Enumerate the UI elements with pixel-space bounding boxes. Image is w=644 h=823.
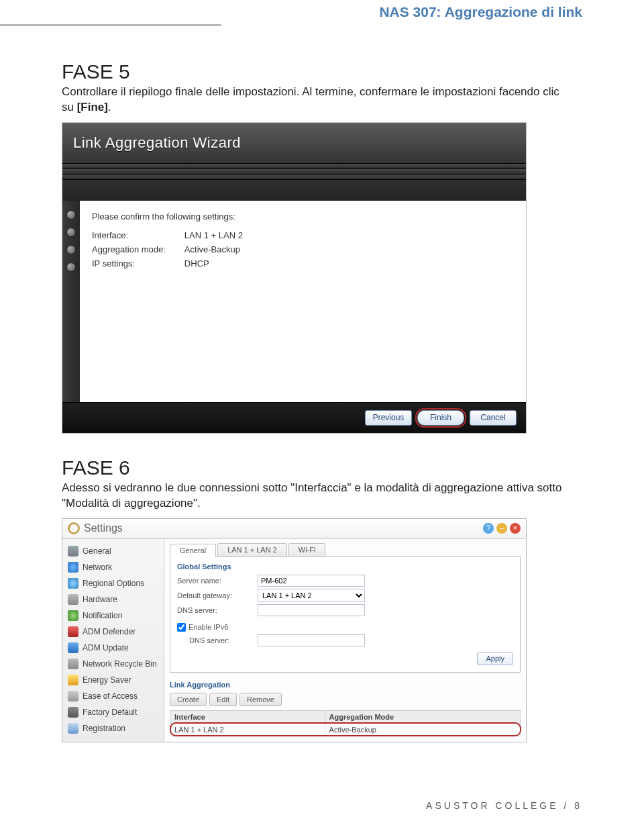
- previous-button[interactable]: Previous: [365, 410, 412, 426]
- sidebar-item-update[interactable]: ADM Update: [62, 640, 164, 656]
- settings-window: Settings ? – × General Network Regional …: [62, 518, 527, 742]
- edit-button[interactable]: Edit: [209, 693, 237, 706]
- tab-general[interactable]: General: [170, 544, 216, 557]
- sidebar-item-label: General: [83, 546, 111, 556]
- sidebar-item-network[interactable]: Network: [62, 559, 164, 575]
- wizard-row-value: Active-Backup: [184, 242, 262, 256]
- wizard-row-label: Aggregation mode:: [92, 242, 184, 256]
- settings-title: Settings: [84, 522, 123, 534]
- sidebar-item-label: Ease of Access: [83, 691, 138, 701]
- col-mode: Aggregation Mode: [325, 710, 520, 723]
- wizard-stripes: [62, 163, 526, 179]
- aggregation-table: Interface Aggregation Mode LAN 1 + LAN 2…: [170, 710, 521, 736]
- finish-button[interactable]: Finish: [417, 410, 464, 426]
- shield-icon: [68, 626, 78, 637]
- settings-icon: [68, 522, 80, 534]
- sidebar-item-factory[interactable]: Factory Default: [62, 704, 164, 720]
- general-icon: [68, 546, 78, 556]
- sidebar-item-label: ADM Update: [83, 643, 129, 652]
- link-aggregation-title: Link Aggregation: [170, 681, 521, 689]
- registration-icon: [68, 723, 78, 734]
- close-icon[interactable]: ×: [510, 523, 521, 534]
- wizard-subheader: [62, 179, 526, 201]
- wizard-title: Link Aggregation Wizard: [62, 123, 526, 163]
- sidebar-item-regional[interactable]: Regional Options: [62, 575, 164, 591]
- sidebar-item-registration[interactable]: Registration: [62, 720, 164, 736]
- enable-ipv6-label: Enable IPv6: [189, 623, 228, 631]
- server-name-label: Server name:: [177, 577, 251, 585]
- settings-sidebar: General Network Regional Options Hardwar…: [62, 539, 164, 742]
- fase5-heading: FASE 5: [62, 60, 582, 83]
- sidebar-item-label: Hardware: [83, 595, 117, 604]
- sidebar-item-label: Network Recycle Bin: [83, 659, 157, 669]
- enable-ipv6-checkbox[interactable]: [177, 623, 186, 632]
- sidebar-item-label: Factory Default: [83, 708, 137, 717]
- wizard-row-value: DHCP: [184, 256, 262, 271]
- energy-icon: [68, 675, 78, 685]
- document-title: NAS 307: Aggregazione di link: [62, 0, 582, 38]
- tab-wifi[interactable]: Wi-Fi: [288, 543, 326, 556]
- factory-icon: [68, 707, 78, 718]
- sidebar-item-label: Regional Options: [83, 579, 144, 588]
- cell-interface: LAN 1 + LAN 2: [170, 723, 325, 736]
- global-settings-panel: Global Settings Server name: Default gat…: [170, 557, 521, 673]
- wizard-row-label: IP settings:: [92, 256, 184, 271]
- global-settings-title: Global Settings: [177, 563, 513, 571]
- sidebar-item-defender[interactable]: ADM Defender: [62, 624, 164, 640]
- sidebar-item-label: Notification: [83, 611, 122, 620]
- wizard-row-label: Interface:: [92, 228, 184, 242]
- col-interface: Interface: [170, 710, 325, 723]
- sidebar-item-energy[interactable]: Energy Saver: [62, 672, 164, 688]
- notification-icon: [68, 610, 78, 621]
- cancel-button[interactable]: Cancel: [470, 410, 517, 426]
- cell-mode: Active-Backup: [325, 723, 520, 736]
- sidebar-item-notification[interactable]: Notification: [62, 608, 164, 624]
- update-icon: [68, 642, 78, 653]
- wizard-window: Link Aggregation Wizard Please confirm t…: [62, 122, 527, 434]
- settings-main: General LAN 1 + LAN 2 Wi-Fi Global Setti…: [164, 539, 526, 742]
- apply-button[interactable]: Apply: [477, 652, 513, 665]
- wizard-step-indicator: [62, 201, 80, 402]
- create-button[interactable]: Create: [170, 693, 207, 706]
- sidebar-item-ease[interactable]: Ease of Access: [62, 688, 164, 704]
- dns-input[interactable]: [258, 604, 365, 616]
- ease-icon: [68, 691, 78, 701]
- fase5-line2-suffix: .: [108, 101, 111, 113]
- header-rule: [0, 24, 221, 26]
- sidebar-item-recycle[interactable]: Network Recycle Bin: [62, 656, 164, 672]
- sidebar-item-hardware[interactable]: Hardware: [62, 591, 164, 608]
- server-name-input[interactable]: [258, 575, 365, 587]
- default-gateway-label: Default gateway:: [177, 591, 251, 599]
- ipv6-dns-label: DNS server:: [189, 636, 251, 644]
- tabs: General LAN 1 + LAN 2 Wi-Fi: [170, 543, 521, 557]
- dns-label: DNS server:: [177, 606, 251, 614]
- hardware-icon: [68, 594, 78, 605]
- sidebar-item-label: Energy Saver: [83, 675, 131, 685]
- page-footer: ASUSTOR COLLEGE / 8: [426, 800, 582, 811]
- fase5-line2-bold: [Fine]: [77, 101, 108, 113]
- fase5-body: Controllare il riepilogo finale delle im…: [62, 85, 582, 115]
- wizard-confirm-text: Please confirm the following settings:: [92, 211, 514, 222]
- network-icon: [68, 562, 78, 573]
- ipv6-dns-input[interactable]: [258, 634, 365, 646]
- minimize-icon[interactable]: –: [496, 523, 507, 534]
- sidebar-item-label: ADM Defender: [83, 627, 136, 636]
- fase5-line1: Controllare il riepilogo finale delle im…: [62, 85, 559, 98]
- fase6-heading: FASE 6: [62, 456, 582, 479]
- wizard-row-value: LAN 1 + LAN 2: [184, 228, 262, 242]
- wizard-footer: Previous Finish Cancel: [62, 402, 526, 433]
- sidebar-item-label: Registration: [83, 724, 125, 733]
- recycle-icon: [68, 659, 78, 669]
- sidebar-item-label: Network: [83, 563, 112, 572]
- aggregation-row[interactable]: LAN 1 + LAN 2 Active-Backup: [170, 723, 521, 736]
- settings-titlebar: Settings ? – ×: [62, 519, 526, 539]
- tab-lan[interactable]: LAN 1 + LAN 2: [217, 543, 287, 556]
- fase5-line2-prefix: su: [62, 101, 77, 113]
- remove-button[interactable]: Remove: [239, 693, 282, 706]
- fase6-body: Adesso si vedranno le due connessioni so…: [62, 481, 582, 512]
- default-gateway-select[interactable]: LAN 1 + LAN 2: [258, 589, 365, 602]
- sidebar-item-general[interactable]: General: [62, 543, 164, 559]
- wizard-content: Please confirm the following settings: I…: [80, 201, 526, 402]
- globe-icon: [68, 578, 78, 589]
- help-icon[interactable]: ?: [483, 523, 494, 534]
